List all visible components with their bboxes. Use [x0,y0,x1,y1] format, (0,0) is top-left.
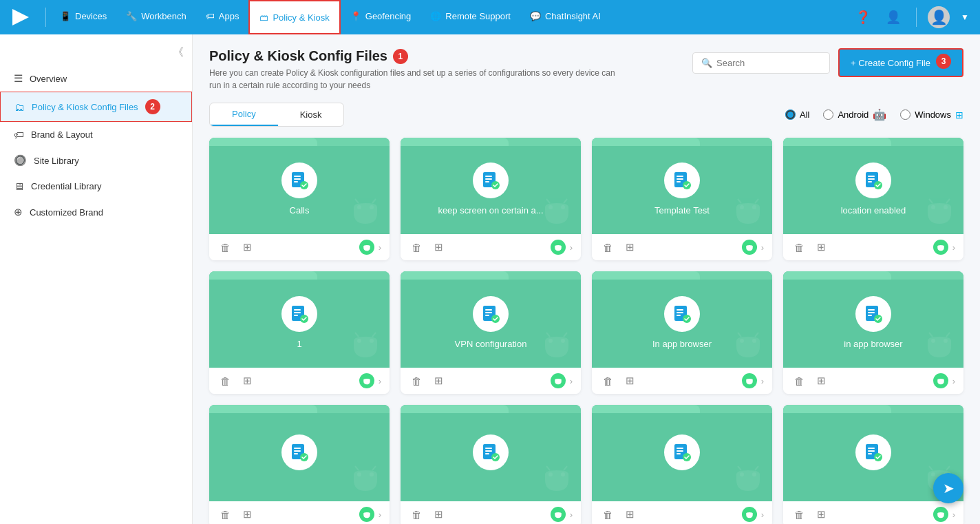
android-badge-11 [742,507,757,522]
card-arrow-12[interactable]: › [952,510,955,520]
share-fab[interactable]: ➤ [933,473,963,503]
delete-button-4[interactable]: 🗑 [791,240,807,255]
svg-rect-80 [868,312,875,313]
search-box[interactable]: 🔍 [692,52,830,74]
sidebar-item-brand-layout[interactable]: 🏷 Brand & Layout [0,122,192,147]
sidebar-item-site-library[interactable]: 🔘 Site Library [0,147,192,174]
sidebar-item-policy-kiosk-config[interactable]: 🗂 Policy & Kiosk Config Files 2 [0,92,192,122]
logo[interactable] [7,3,34,31]
notifications-icon[interactable]: 👤 [882,7,905,28]
config-card-3[interactable]: Template Test 🗑 ⊞ [592,138,772,260]
android-badge-2 [551,240,566,255]
delete-button-8[interactable]: 🗑 [791,374,807,388]
config-card-9[interactable]: 🗑 ⊞ › [209,405,390,524]
delete-button-2[interactable]: 🗑 [409,240,425,255]
copy-button-6[interactable]: ⊞ [432,373,446,388]
filter-all[interactable]: All [785,109,809,120]
android-watermark-11 [731,461,765,501]
tab-policy[interactable]: Policy [210,103,278,126]
copy-button-5[interactable]: ⊞ [240,373,255,388]
card-arrow-1[interactable]: › [379,242,381,253]
create-btn-label: + Create Config File [851,58,930,68]
card-actions-3: 🗑 ⊞ [600,240,637,255]
filter-android[interactable]: Android 🤖 [823,108,886,121]
config-card-7[interactable]: In app browser 🗑 ⊞ [592,271,772,394]
help-icon[interactable]: ❓ [851,7,875,28]
svg-line-75 [755,333,758,337]
config-card-1[interactable]: Calls 🗑 ⊞ [209,138,390,260]
delete-button-3[interactable]: 🗑 [600,240,616,255]
config-card-2[interactable]: keep screen on certain a... 🗑 ⊞ [401,138,581,260]
card-arrow-6[interactable]: › [570,376,573,386]
card-arrow-5[interactable]: › [379,376,381,386]
filter-android-radio[interactable] [823,109,833,120]
card-arrow-10[interactable]: › [570,510,573,520]
svg-rect-24 [677,176,683,177]
nav-item-chatinsight[interactable]: 💬 ChatInsight AI [520,0,610,34]
delete-button-10[interactable]: 🗑 [409,507,425,522]
collapse-button[interactable]: 《 [173,45,184,60]
filter-windows[interactable]: Windows ⊞ [900,109,963,120]
card-arrow-7[interactable]: › [761,376,764,386]
avatar[interactable]: 👤 [928,6,950,28]
copy-button-2[interactable]: ⊞ [432,240,446,255]
nav-item-apps[interactable]: 🏷 Apps [196,0,249,34]
card-arrow-11[interactable]: › [761,510,764,520]
delete-button-11[interactable]: 🗑 [600,507,616,522]
copy-button-3[interactable]: ⊞ [623,240,637,255]
config-card-5[interactable]: 1 🗑 ⊞ [209,271,390,394]
main-layout: 《 ☰ Overview 🗂 Policy & Kiosk Config Fil… [0,34,980,524]
svg-rect-3 [294,178,301,180]
copy-button-1[interactable]: ⊞ [240,240,255,255]
delete-button-1[interactable]: 🗑 [217,240,233,255]
config-card-10[interactable]: 🗑 ⊞ › [401,405,581,524]
nav-item-remote-support[interactable]: 🌐 Remote Support [420,0,520,34]
card-arrow-4[interactable]: › [952,242,955,253]
copy-button-11[interactable]: ⊞ [623,507,637,522]
android-watermark-2 [540,193,574,234]
svg-line-53 [372,333,376,337]
copy-button-9[interactable]: ⊞ [240,507,255,522]
copy-button-8[interactable]: ⊞ [814,373,829,388]
copy-button-7[interactable]: ⊞ [623,373,637,388]
copy-button-4[interactable]: ⊞ [814,240,829,255]
card-arrow-2[interactable]: › [570,242,573,253]
card-name-7: In app browser [652,339,712,349]
config-card-8[interactable]: in app browser 🗑 ⊞ [783,271,963,394]
delete-button-7[interactable]: 🗑 [600,374,616,388]
config-card-4[interactable]: location enabled 🗑 ⊞ [783,138,963,260]
folder-tab-5 [209,271,390,280]
sidebar-item-overview[interactable]: ☰ Overview [0,65,192,92]
filter-windows-radio[interactable] [900,109,910,120]
tab-kiosk[interactable]: Kiosk [278,103,344,126]
delete-button-12[interactable]: 🗑 [791,507,807,522]
config-card-12[interactable]: 🗑 ⊞ › [783,405,963,524]
copy-button-10[interactable]: ⊞ [432,507,446,522]
config-card-6[interactable]: VPN configuration 🗑 ⊞ [401,271,581,394]
config-card-11[interactable]: 🗑 ⊞ › [592,405,772,524]
delete-button-9[interactable]: 🗑 [217,507,233,522]
copy-button-12[interactable]: ⊞ [814,507,829,522]
card-icon-circle-12 [855,434,891,470]
card-arrow-9[interactable]: › [379,510,381,520]
nav-item-workbench[interactable]: 🔧 Workbench [116,0,196,34]
card-actions-9: 🗑 ⊞ [217,507,255,522]
svg-rect-26 [677,181,681,182]
card-footer-6: 🗑 ⊞ › [401,368,581,394]
nav-item-devices[interactable]: 📱 Devices [50,0,116,34]
sidebar-label-overview: Overview [30,74,67,84]
search-input[interactable] [716,58,827,68]
card-arrow-8[interactable]: › [952,376,955,386]
card-arrow-3[interactable]: › [761,242,764,253]
create-config-button[interactable]: + Create Config File 3 [838,48,963,77]
user-menu-chevron[interactable]: ▼ [957,10,973,25]
sidebar-item-customized-brand[interactable]: ⊕ Customized Brand [0,199,192,225]
delete-button-5[interactable]: 🗑 [217,374,233,388]
filter-all-radio[interactable] [785,109,796,120]
sidebar-item-credential-library[interactable]: 🖥 Credential Library [0,174,192,199]
nav-item-policy-kiosk[interactable]: 🗃 Policy & Kiosk [248,0,340,34]
search-icon: 🔍 [701,58,712,68]
sidebar-collapse-control[interactable]: 《 [0,41,192,65]
nav-item-geofencing[interactable]: 📍 Geofencing [341,0,421,34]
delete-button-6[interactable]: 🗑 [409,374,425,388]
